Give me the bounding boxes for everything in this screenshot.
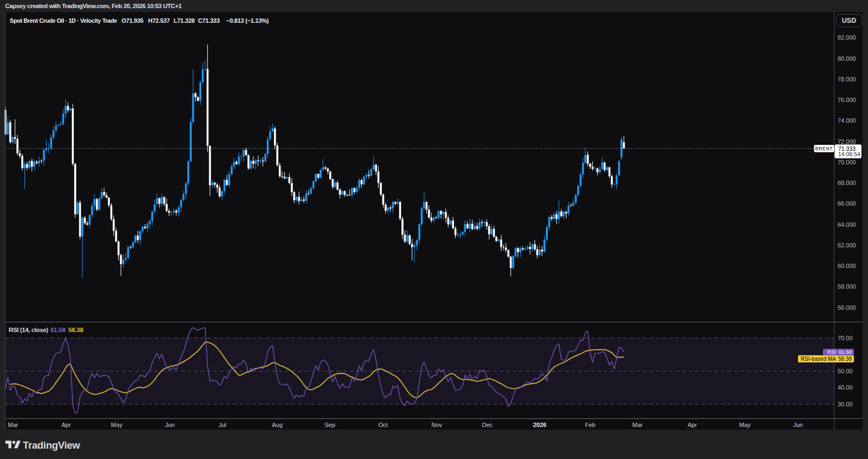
svg-text:61.58: 61.58 [839, 349, 852, 355]
svg-text:78.000: 78.000 [838, 76, 856, 82]
svg-text:Jun: Jun [793, 422, 803, 428]
svg-text:72.000: 72.000 [838, 138, 856, 145]
svg-text:56.000: 56.000 [838, 304, 856, 311]
svg-text:Feb: Feb [585, 422, 596, 428]
svg-text:Dec: Dec [482, 422, 493, 428]
svg-text:Oct: Oct [378, 422, 387, 428]
svg-text:Aug: Aug [272, 422, 283, 428]
svg-text:68.000: 68.000 [838, 180, 856, 186]
svg-text:Jun: Jun [165, 422, 175, 428]
svg-text:May: May [739, 422, 751, 428]
svg-text:Jul: Jul [219, 422, 226, 428]
svg-text:58.000: 58.000 [838, 283, 856, 290]
svg-text:70.00: 70.00 [838, 335, 853, 341]
svg-text:50.00: 50.00 [838, 368, 853, 374]
svg-text:62.000: 62.000 [838, 242, 856, 248]
svg-text:RSI: RSI [827, 349, 836, 355]
svg-text:Apr: Apr [61, 422, 71, 428]
svg-text:Mar: Mar [8, 422, 18, 428]
svg-text:76.000: 76.000 [838, 97, 856, 103]
svg-text:Mar: Mar [633, 422, 643, 428]
svg-text:Sep: Sep [324, 422, 335, 428]
svg-text:40.00: 40.00 [838, 384, 853, 391]
svg-text:2026: 2026 [533, 422, 546, 428]
svg-text:64.000: 64.000 [838, 221, 856, 228]
svg-text:70.000: 70.000 [838, 159, 856, 165]
svg-text:80.000: 80.000 [838, 55, 856, 62]
svg-text:60.000: 60.000 [838, 263, 856, 269]
svg-text:USD: USD [842, 17, 856, 24]
svg-text:74.000: 74.000 [838, 117, 856, 124]
svg-text:RSI-based MA: RSI-based MA [801, 356, 836, 362]
svg-text:Nov: Nov [431, 422, 442, 428]
svg-text:66.000: 66.000 [838, 200, 856, 207]
svg-text:14:06:54: 14:06:54 [838, 151, 860, 157]
svg-text:82.000: 82.000 [838, 34, 856, 41]
svg-text:May: May [111, 422, 123, 428]
svg-text:30.00: 30.00 [838, 401, 853, 407]
svg-text:58.38: 58.38 [838, 356, 852, 362]
svg-text:BRENT: BRENT [815, 146, 833, 151]
svg-text:Apr: Apr [687, 422, 697, 428]
